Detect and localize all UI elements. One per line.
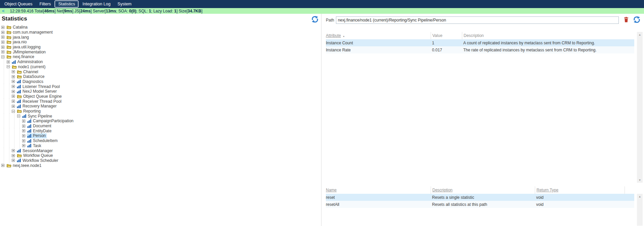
- scroll-up-icon[interactable]: ▲: [637, 32, 643, 37]
- tree-node-java-lang[interactable]: java.lang: [0, 35, 321, 40]
- tree-node-recovery-manager[interactable]: Recovery Manager: [0, 104, 321, 109]
- delete-statistic-button[interactable]: [624, 17, 629, 24]
- expand-icon[interactable]: [22, 144, 25, 147]
- tree-node-content[interactable]: Object Queue Engine: [16, 94, 63, 99]
- tree-node-com-sun-management[interactable]: com.sun.management: [0, 30, 321, 35]
- expand-icon[interactable]: [12, 105, 15, 108]
- tree-node-content[interactable]: java.nio: [6, 40, 28, 45]
- expand-icon[interactable]: [22, 125, 25, 128]
- tree-node-content[interactable]: Diagnostics: [16, 79, 44, 84]
- tree-node-workflow-queue[interactable]: Workflow Queue: [0, 153, 321, 158]
- tree-node-administration[interactable]: Administration: [0, 59, 321, 64]
- table-row-instance-rate[interactable]: Instance Rate0.017The rate of replicated…: [326, 46, 634, 53]
- tree-node-workflow-scheduler[interactable]: Workflow Scheduler: [0, 158, 321, 163]
- tree-node-catalina[interactable]: Catalina: [0, 25, 321, 30]
- tree-node-content[interactable]: EntityDate: [27, 128, 52, 133]
- tree-node-content[interactable]: Document: [27, 124, 52, 129]
- expand-icon[interactable]: [1, 26, 4, 29]
- scroll-down-icon[interactable]: ▼: [637, 177, 643, 183]
- expand-icon[interactable]: [12, 90, 15, 93]
- tree-node-nexj-finance[interactable]: nexj.finance: [0, 54, 321, 59]
- expand-icon[interactable]: [1, 31, 4, 34]
- tree-node-channel[interactable]: Channel: [0, 69, 321, 74]
- tree-node-content[interactable]: Workflow Queue: [16, 153, 54, 158]
- tree-node-content[interactable]: node1 (current): [11, 64, 47, 70]
- expand-icon[interactable]: [12, 95, 15, 98]
- back-arrow-icon[interactable]: <: [2, 9, 5, 13]
- tree-node-scheduleitem[interactable]: ScheduleItem: [0, 138, 321, 143]
- tree-node-content[interactable]: ScheduleItem: [27, 138, 58, 143]
- scroll-up-icon[interactable]: ▲: [637, 194, 643, 199]
- tree-node-campaignparticipation[interactable]: CampaignParticipation: [0, 119, 321, 124]
- tree-node-object-queue-engine[interactable]: Object Queue Engine: [0, 94, 321, 99]
- tree-node-content[interactable]: Workflow Scheduler: [16, 158, 59, 163]
- tree-node-content[interactable]: Administration: [11, 59, 44, 64]
- expand-icon[interactable]: [12, 149, 15, 152]
- tree-node-diagnostics[interactable]: Diagnostics: [0, 79, 321, 84]
- tree-node-content[interactable]: Recovery Manager: [16, 104, 57, 109]
- tree-node-content[interactable]: nexj.finance: [6, 54, 35, 59]
- column-header-description[interactable]: Description: [462, 32, 634, 39]
- tree-node-content[interactable]: CampaignParticipation: [27, 119, 75, 124]
- tree-node-content[interactable]: Catalina: [6, 25, 29, 30]
- expand-icon[interactable]: [12, 80, 15, 83]
- expand-icon[interactable]: [22, 134, 25, 137]
- menu-item-integration-log[interactable]: Integration Log: [79, 1, 113, 7]
- operations-scrollbar[interactable]: ▲: [637, 194, 643, 226]
- menu-item-object-queues[interactable]: Object Queues: [1, 1, 35, 7]
- tree-node-content[interactable]: nexj.teee.node1: [6, 163, 42, 168]
- tree-node-receiver-thread-pool[interactable]: Receiver Thread Pool: [0, 99, 321, 104]
- table-row-reset[interactable]: resetResets a single statisticvoid: [326, 194, 634, 201]
- tree-node-content[interactable]: SessionManager: [16, 148, 54, 153]
- expand-icon[interactable]: [22, 120, 25, 123]
- menu-item-filters[interactable]: Filters: [36, 1, 54, 7]
- tree-node-person[interactable]: Person: [0, 133, 321, 138]
- expand-icon[interactable]: [12, 70, 15, 73]
- tree-node-sessionmanager[interactable]: SessionManager: [0, 148, 321, 153]
- collapse-icon[interactable]: [12, 110, 15, 113]
- tree-node-content[interactable]: com.sun.management: [6, 30, 54, 35]
- expand-icon[interactable]: [12, 75, 15, 78]
- expand-icon[interactable]: [1, 50, 4, 53]
- column-header-name[interactable]: Name: [326, 188, 431, 192]
- tree-node-node1-current[interactable]: node1 (current): [0, 64, 321, 70]
- menu-item-system[interactable]: System: [115, 1, 135, 7]
- expand-icon[interactable]: [12, 154, 15, 157]
- menu-item-statistics[interactable]: Statistics: [55, 1, 78, 7]
- tree-node-content[interactable]: Receiver Thread Pool: [16, 99, 62, 104]
- expand-icon[interactable]: [22, 139, 25, 142]
- detail-refresh-button[interactable]: [633, 16, 640, 24]
- tree-node-content[interactable]: Person: [27, 133, 47, 138]
- tree-node-content[interactable]: java.lang: [6, 35, 30, 40]
- expand-icon[interactable]: [12, 159, 15, 162]
- expand-icon[interactable]: [7, 60, 10, 63]
- attributes-scrollbar[interactable]: ▲ ▼: [637, 32, 643, 183]
- collapse-icon[interactable]: [17, 115, 20, 118]
- path-input[interactable]: [336, 16, 619, 24]
- expand-icon[interactable]: [1, 41, 4, 44]
- table-row-resetall[interactable]: resetAllResets all statistics at this pa…: [326, 201, 634, 208]
- tree-node-nexj-teee-node1[interactable]: nexj.teee.node1: [0, 163, 321, 168]
- tree-node-sync-pipeline[interactable]: Sync Pipeline: [0, 114, 321, 119]
- tree-node-document[interactable]: Document: [0, 124, 321, 129]
- expand-icon[interactable]: [12, 100, 15, 103]
- column-header-return-type[interactable]: Return Type: [535, 186, 625, 194]
- tree-node-java-util-logging[interactable]: java.util.logging: [0, 45, 321, 50]
- tree-node-content[interactable]: DataSource: [16, 74, 45, 79]
- tree-node-nexj-model-server[interactable]: NexJ Model Server: [0, 89, 321, 94]
- column-header-attribute[interactable]: Attribute▲: [326, 33, 431, 38]
- tree-node-task[interactable]: Task: [0, 143, 321, 148]
- collapse-icon[interactable]: [7, 65, 10, 68]
- tree-node-content[interactable]: Reporting: [16, 109, 42, 114]
- tree-node-entitydate[interactable]: EntityDate: [0, 128, 321, 133]
- collapse-icon[interactable]: [1, 55, 4, 58]
- tree-node-content[interactable]: Sync Pipeline: [22, 114, 53, 119]
- column-header-description[interactable]: Description: [431, 186, 535, 194]
- expand-icon[interactable]: [1, 36, 4, 39]
- expand-icon[interactable]: [22, 129, 25, 132]
- expand-icon[interactable]: [1, 46, 4, 49]
- tree-node-content[interactable]: NexJ Model Server: [16, 89, 58, 94]
- table-row-instance-count[interactable]: Instance Count1A count of replicated ins…: [326, 39, 634, 46]
- expand-icon[interactable]: [12, 85, 15, 88]
- column-header-value[interactable]: Value: [431, 32, 462, 39]
